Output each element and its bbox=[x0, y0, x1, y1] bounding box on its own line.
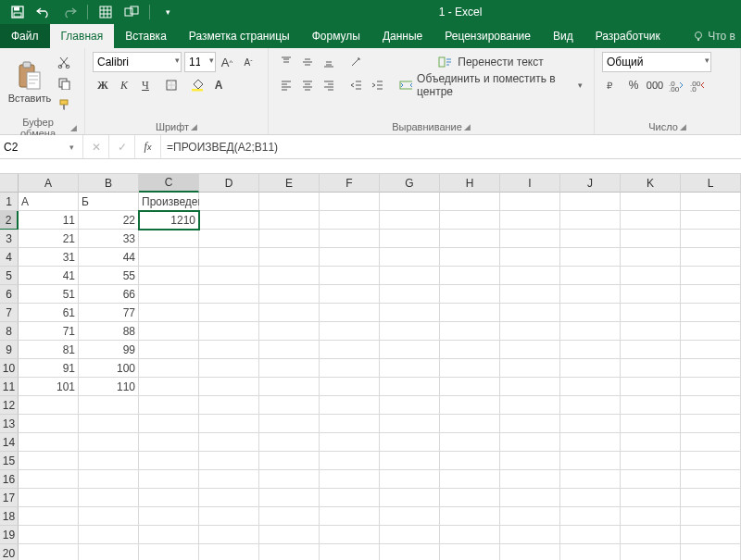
cell-K12[interactable] bbox=[621, 396, 681, 415]
enter-formula-button[interactable]: ✓ bbox=[109, 135, 135, 158]
align-right-button[interactable] bbox=[319, 75, 339, 95]
cell-I2[interactable] bbox=[500, 211, 560, 230]
cell-J3[interactable] bbox=[560, 230, 621, 248]
cell-G6[interactable] bbox=[380, 285, 440, 304]
cell-H20[interactable] bbox=[440, 544, 500, 560]
col-header-A[interactable]: A bbox=[19, 174, 79, 193]
pivot-icon[interactable] bbox=[119, 2, 144, 22]
cell-J10[interactable] bbox=[560, 359, 621, 378]
cell-F13[interactable] bbox=[320, 415, 380, 433]
cell-L14[interactable] bbox=[681, 433, 741, 452]
cell-C3[interactable] bbox=[139, 230, 199, 248]
cell-H12[interactable] bbox=[440, 396, 500, 415]
cell-A7[interactable]: 61 bbox=[19, 304, 79, 322]
cell-B13[interactable] bbox=[79, 415, 139, 433]
cell-F7[interactable] bbox=[320, 304, 380, 322]
cell-F1[interactable] bbox=[320, 193, 380, 211]
align-top-button[interactable] bbox=[276, 52, 296, 72]
cell-G3[interactable] bbox=[380, 230, 440, 248]
cell-D16[interactable] bbox=[199, 470, 259, 489]
cell-B1[interactable]: Б bbox=[79, 193, 139, 211]
italic-button[interactable]: К bbox=[114, 75, 134, 95]
cell-A16[interactable] bbox=[19, 470, 79, 489]
cell-E8[interactable] bbox=[259, 322, 320, 341]
cell-L20[interactable] bbox=[681, 544, 741, 560]
cell-D3[interactable] bbox=[199, 230, 259, 248]
col-header-L[interactable]: L bbox=[681, 174, 741, 193]
alignment-launcher-icon[interactable]: ◢ bbox=[464, 122, 471, 131]
cell-H16[interactable] bbox=[440, 470, 500, 489]
redo-icon[interactable] bbox=[57, 2, 82, 22]
cell-D11[interactable] bbox=[199, 378, 259, 396]
cell-I18[interactable] bbox=[500, 507, 560, 526]
cell-I6[interactable] bbox=[500, 285, 560, 304]
cell-D17[interactable] bbox=[199, 489, 259, 507]
cell-D9[interactable] bbox=[199, 341, 259, 359]
orientation-button[interactable] bbox=[346, 52, 367, 72]
align-middle-button[interactable] bbox=[297, 52, 318, 72]
cell-F18[interactable] bbox=[320, 507, 380, 526]
cancel-formula-button[interactable]: ✕ bbox=[83, 135, 109, 158]
cell-F9[interactable] bbox=[320, 341, 380, 359]
cell-E5[interactable] bbox=[259, 267, 320, 285]
cell-C20[interactable] bbox=[139, 544, 199, 560]
cell-L4[interactable] bbox=[681, 248, 741, 267]
cell-G7[interactable] bbox=[380, 304, 440, 322]
cell-E12[interactable] bbox=[259, 396, 320, 415]
cell-I17[interactable] bbox=[500, 489, 560, 507]
cell-H14[interactable] bbox=[440, 433, 500, 452]
cell-F10[interactable] bbox=[320, 359, 380, 378]
cell-B11[interactable]: 110 bbox=[79, 378, 139, 396]
cell-G20[interactable] bbox=[380, 544, 440, 560]
cell-C19[interactable] bbox=[139, 526, 199, 544]
tab-разметка-страницы[interactable]: Разметка страницы bbox=[178, 24, 301, 48]
cell-D15[interactable] bbox=[199, 452, 259, 470]
cell-G15[interactable] bbox=[380, 452, 440, 470]
number-launcher-icon[interactable]: ◢ bbox=[680, 122, 686, 131]
cell-B8[interactable]: 88 bbox=[79, 322, 139, 341]
tab-данные[interactable]: Данные bbox=[371, 24, 433, 48]
cell-H6[interactable] bbox=[440, 285, 500, 304]
cell-B17[interactable] bbox=[79, 489, 139, 507]
format-painter-button[interactable] bbox=[54, 94, 74, 115]
cell-H9[interactable] bbox=[440, 341, 500, 359]
cell-E17[interactable] bbox=[259, 489, 320, 507]
wrap-text-button[interactable]: Перенести текст bbox=[396, 52, 586, 72]
cell-K3[interactable] bbox=[621, 230, 681, 248]
align-left-button[interactable] bbox=[276, 75, 296, 95]
cell-A1[interactable]: А bbox=[19, 193, 79, 211]
cell-K5[interactable] bbox=[621, 267, 681, 285]
increase-indent-button[interactable] bbox=[368, 75, 388, 95]
row-header-3[interactable]: 3 bbox=[0, 230, 19, 248]
cell-J5[interactable] bbox=[560, 267, 621, 285]
cell-D1[interactable] bbox=[199, 193, 259, 211]
cell-A5[interactable]: 41 bbox=[19, 267, 79, 285]
font-launcher-icon[interactable]: ◢ bbox=[191, 122, 197, 131]
col-header-K[interactable]: K bbox=[621, 174, 681, 193]
cell-I1[interactable] bbox=[500, 193, 560, 211]
cell-J16[interactable] bbox=[560, 470, 621, 489]
cell-K7[interactable] bbox=[621, 304, 681, 322]
cell-C17[interactable] bbox=[139, 489, 199, 507]
comma-style-button[interactable]: 000 bbox=[645, 75, 665, 95]
decrease-decimal-button[interactable]: .00.0 bbox=[687, 75, 708, 95]
cell-I16[interactable] bbox=[500, 470, 560, 489]
cell-G10[interactable] bbox=[380, 359, 440, 378]
cell-J1[interactable] bbox=[560, 193, 621, 211]
row-header-8[interactable]: 8 bbox=[0, 322, 19, 341]
cell-J11[interactable] bbox=[560, 378, 621, 396]
cell-J17[interactable] bbox=[560, 489, 621, 507]
cell-L7[interactable] bbox=[681, 304, 741, 322]
cell-A3[interactable]: 21 bbox=[19, 230, 79, 248]
row-header-9[interactable]: 9 bbox=[0, 341, 19, 359]
cell-D6[interactable] bbox=[199, 285, 259, 304]
cell-J4[interactable] bbox=[560, 248, 621, 267]
cell-B7[interactable]: 77 bbox=[79, 304, 139, 322]
cell-D13[interactable] bbox=[199, 415, 259, 433]
cell-A17[interactable] bbox=[19, 489, 79, 507]
cell-C2[interactable]: 1210 bbox=[139, 211, 199, 230]
tab-формулы[interactable]: Формулы bbox=[301, 24, 371, 48]
cell-J12[interactable] bbox=[560, 396, 621, 415]
col-header-F[interactable]: F bbox=[320, 174, 380, 193]
cell-A10[interactable]: 91 bbox=[19, 359, 79, 378]
